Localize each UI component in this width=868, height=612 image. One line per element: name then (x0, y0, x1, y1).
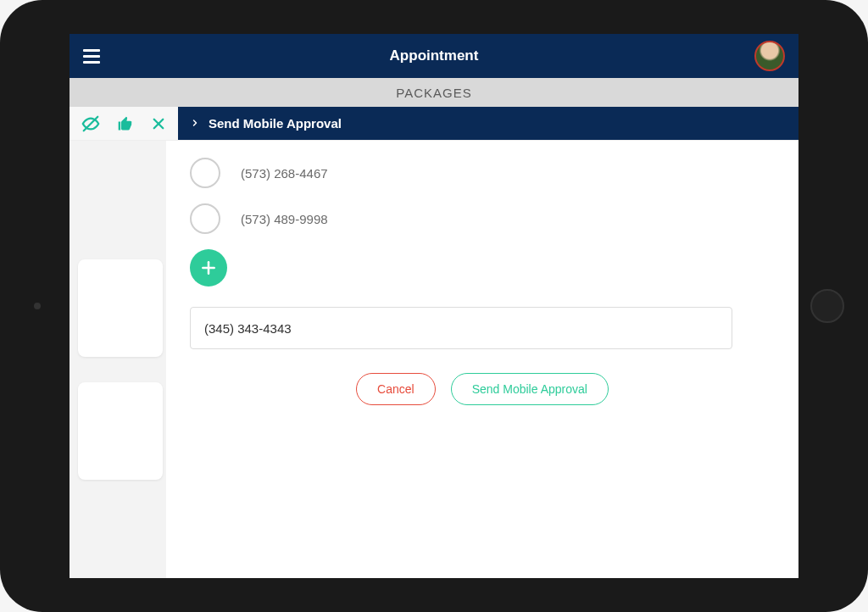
device-camera (34, 303, 41, 309)
phone-number: (573) 489-9998 (241, 212, 328, 226)
cancel-button[interactable]: Cancel (356, 373, 436, 405)
thumbs-up-icon[interactable] (117, 115, 134, 132)
avatar[interactable] (754, 41, 785, 71)
plus-icon (200, 259, 217, 276)
app-header: Appointment (70, 34, 798, 78)
page-title: Appointment (390, 47, 479, 64)
sidebar-card[interactable] (78, 259, 163, 357)
toolbar-icons (70, 107, 178, 140)
phone-option-row: (573) 268-4467 (190, 158, 775, 188)
subheader-label: PACKAGES (396, 86, 471, 100)
phone-number: (573) 268-4467 (241, 166, 328, 181)
panel-title: Send Mobile Approval (209, 116, 342, 131)
app-screen: Appointment PACKAGES (70, 34, 798, 578)
phone-option-row: (573) 489-9998 (190, 203, 775, 234)
phone-radio[interactable] (190, 203, 220, 234)
device-home-button[interactable] (810, 289, 844, 323)
close-icon[interactable] (151, 116, 166, 131)
phone-radio[interactable] (190, 158, 220, 188)
eye-off-icon[interactable] (81, 114, 100, 133)
phone-input[interactable] (190, 307, 732, 349)
send-mobile-approval-button[interactable]: Send Mobile Approval (451, 373, 609, 405)
menu-icon[interactable] (83, 49, 100, 64)
add-phone-button[interactable] (190, 249, 227, 287)
sidebar-card[interactable] (78, 382, 163, 480)
main-panel: (573) 268-4467 (573) 489-9998 (166, 141, 798, 578)
panel-title-bar[interactable]: Send Mobile Approval (178, 107, 798, 140)
chevron-right-icon (190, 116, 200, 131)
tablet-frame: Appointment PACKAGES (0, 0, 868, 612)
button-row: Cancel Send Mobile Approval (190, 373, 775, 405)
subheader-bar: PACKAGES (70, 78, 798, 107)
left-sidebar (70, 141, 166, 578)
toolbar: Send Mobile Approval (70, 107, 798, 141)
content-area: (573) 268-4467 (573) 489-9998 (70, 141, 798, 578)
